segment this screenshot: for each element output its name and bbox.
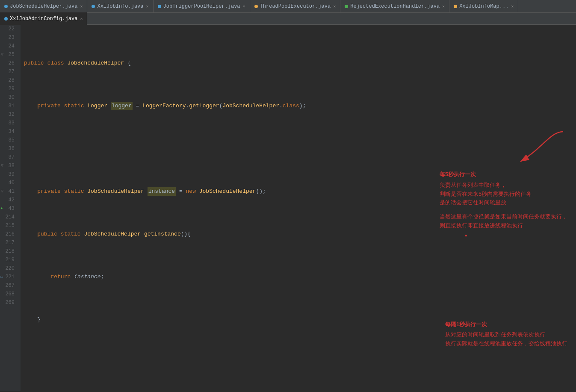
tab-label: XxlJobInfoMap... (459, 3, 508, 9)
line-numbers: 22 23 24 ▽25 26 27 28 29 30 31 32 33 34 … (0, 25, 21, 391)
tab-label: RejectedExecutionHandler.java (350, 3, 440, 9)
line-num-33: 33 (0, 119, 17, 127)
line-num-41: ▽41 (0, 187, 17, 196)
tab-label: XxlJobAdminConfig.java (10, 16, 77, 22)
line-num-31: 31 (0, 102, 17, 110)
line-num-28: 28 (0, 76, 17, 85)
tab-rejected-execution[interactable]: RejectedExecutionHandler.java ✕ (340, 0, 449, 13)
line-num-25: ▽25 (0, 50, 17, 59)
line-num-22: 22 (0, 25, 17, 33)
tab-label: JobTriggerPoolHelper.java (163, 3, 240, 9)
code-line-25: private static JobScheduleHelper instanc… (24, 187, 576, 196)
tab-label: ThreadPoolExecutor.java (260, 3, 331, 9)
line-num-215: 215 (0, 221, 17, 230)
fold-icon-38[interactable]: ▽ (1, 162, 3, 170)
fold-icon-25[interactable]: ▽ (1, 50, 3, 59)
tab-job-schedule-helper[interactable]: JobScheduleHelper.java ✕ (0, 0, 87, 13)
tab-bar-row2: XxlJobAdminConfig.java ✕ (0, 13, 576, 25)
line-num-218: 218 (0, 247, 17, 256)
line-num-40: 40 (0, 179, 17, 187)
line-num-267: 267 (0, 281, 17, 290)
line-num-30: 30 (0, 93, 17, 102)
line-num-38: ▽38 (0, 162, 17, 170)
line-num-268: 268 (0, 290, 17, 298)
tab-xxl-job-info[interactable]: XxlJobInfo.java ✕ (87, 0, 153, 13)
line-num-221: ☐221 (0, 273, 17, 281)
logger-highlight: logger (111, 102, 133, 110)
tab-icon (92, 5, 95, 8)
line-num-216: 216 (0, 230, 17, 239)
tab-icon (454, 5, 457, 8)
tab-label: XxlJobInfo.java (97, 3, 143, 9)
tab-job-trigger-pool[interactable]: JobTriggerPoolHelper.java ✕ (154, 0, 250, 13)
line-num-34: 34 (0, 127, 17, 136)
line-num-220: 220 (0, 264, 17, 273)
tab-close-icon[interactable]: ✕ (80, 16, 83, 21)
line-num-23: 23 (0, 33, 17, 42)
tab-xxl-job-admin-config[interactable]: XxlJobAdminConfig.java ✕ (0, 12, 87, 25)
instance-highlight: instance (148, 187, 176, 196)
line-num-214: 214 (0, 213, 17, 221)
line-num-36: 36 (0, 144, 17, 153)
line-num-43: ●43 (0, 204, 17, 213)
line-num-269: 269 (0, 298, 17, 307)
line-num-24: 24 (0, 42, 17, 50)
tab-thread-pool-executor[interactable]: ThreadPoolExecutor.java ✕ (250, 0, 341, 13)
line-num-217: 217 (0, 239, 17, 247)
code-line-22: public class JobScheduleHelper { (24, 59, 576, 68)
code-line-26: public static JobScheduleHelper getInsta… (24, 230, 576, 239)
tab-close-icon[interactable]: ✕ (146, 4, 149, 9)
tab-icon (254, 5, 258, 8)
tab-label: JobScheduleHelper.java (10, 3, 77, 9)
line-num-35: 35 (0, 136, 17, 144)
tab-close-icon[interactable]: ✕ (333, 4, 336, 9)
tab-bar-row1: JobScheduleHelper.java ✕ XxlJobInfo.java… (0, 0, 576, 13)
line-num-32: 32 (0, 110, 17, 119)
code-line-28: } (24, 315, 576, 324)
tab-close-icon[interactable]: ✕ (442, 4, 445, 9)
tab-xxl-job-info-map[interactable]: XxlJobInfoMap... ✕ (449, 0, 518, 13)
fold-icon-41[interactable]: ▽ (1, 187, 3, 196)
tab-icon (158, 5, 161, 8)
tab-close-icon[interactable]: ✕ (511, 4, 514, 9)
tab-icon (345, 5, 348, 8)
line-num-39: 39 (0, 170, 17, 179)
code-content[interactable]: public class JobScheduleHelper { private… (21, 25, 576, 391)
code-line-27: return instance; (24, 273, 576, 281)
line-num-219: 219 (0, 256, 17, 264)
code-line-23: private static Logger logger = LoggerFac… (24, 102, 576, 110)
tab-close-icon[interactable]: ✕ (80, 4, 83, 9)
bookmark-icon-221: ☐ (0, 273, 3, 281)
code-line-29 (24, 358, 576, 367)
line-num-37: 37 (0, 153, 17, 162)
code-line-24 (24, 144, 576, 153)
line-num-29: 29 (0, 85, 17, 93)
tab-icon (4, 5, 8, 8)
code-area: 22 23 24 ▽25 26 27 28 29 30 31 32 33 34 … (0, 25, 576, 391)
line-num-26: 26 (0, 59, 17, 68)
line-num-42: 42 (0, 196, 17, 204)
line-num-27: 27 (0, 68, 17, 76)
tab-icon (4, 17, 8, 21)
tab-close-icon[interactable]: ✕ (243, 4, 245, 9)
